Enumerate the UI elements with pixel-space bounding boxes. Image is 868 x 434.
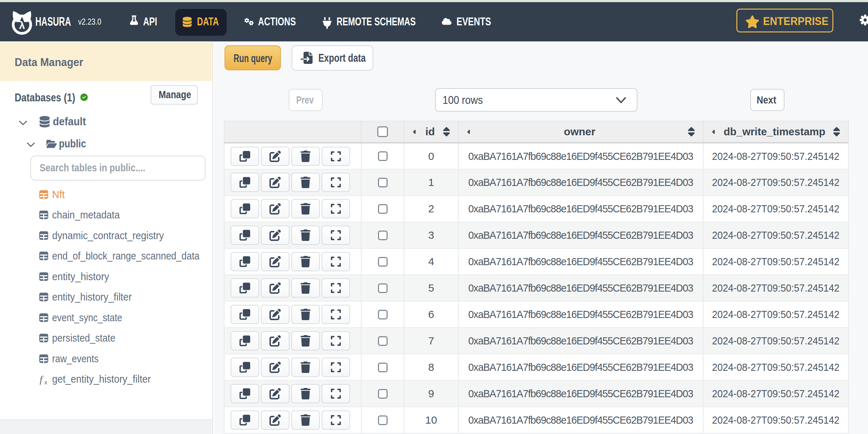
svg-text:x: x	[44, 379, 47, 385]
svg-text:f: f	[40, 374, 44, 385]
svg-text:λ: λ	[19, 19, 25, 31]
